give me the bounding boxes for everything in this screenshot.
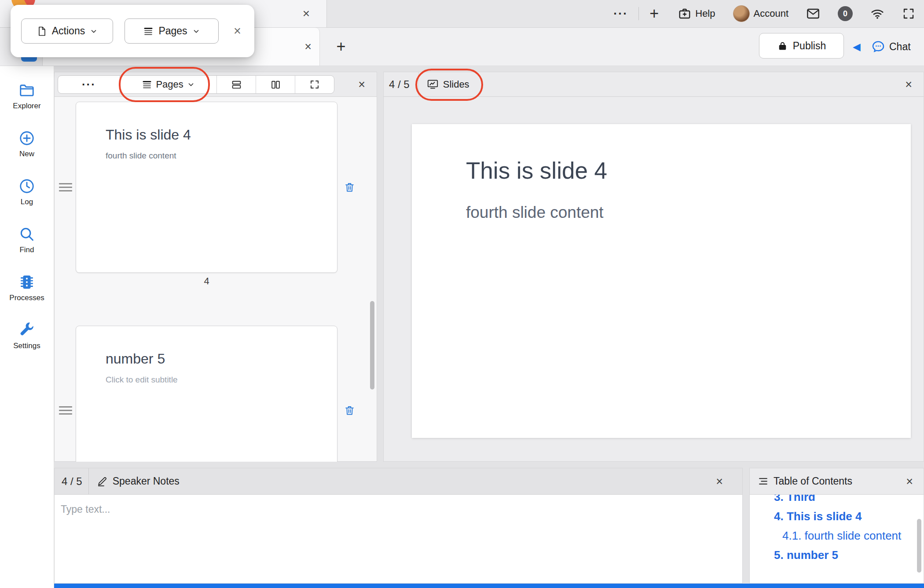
pages-menu-label: Pages: [156, 79, 183, 90]
publish-label: Publish: [793, 40, 826, 52]
notification-badge[interactable]: 0: [838, 6, 853, 21]
help-button[interactable]: Help: [669, 0, 724, 27]
sidebar-item-label: Explorer: [13, 102, 40, 110]
sidebar-item-label: Processes: [9, 294, 44, 302]
sidebar-item-settings[interactable]: Settings: [0, 322, 54, 350]
account-button[interactable]: Account: [724, 0, 798, 27]
collapse-panel-icon[interactable]: ◀: [853, 28, 861, 66]
floating-menu-popup: Actions Pages ×: [11, 5, 254, 57]
pages-menu-button[interactable]: Pages: [120, 76, 217, 93]
pages-list-icon: [143, 26, 154, 37]
scrollbar[interactable]: [370, 301, 374, 390]
app-window: × ··· + Help Account 0: [0, 0, 924, 588]
drag-handle-icon[interactable]: [59, 410, 72, 411]
pages-panel: ··· Pages ×: [54, 72, 377, 462]
speaker-notes-body: [55, 495, 742, 583]
slide-canvas[interactable]: This is slide 4 fourth slide content: [412, 124, 911, 438]
split-vertical-button[interactable]: [256, 76, 295, 93]
pages-panel-header: ··· Pages ×: [55, 72, 377, 97]
mail-icon: [806, 7, 820, 21]
more-tabs-icon[interactable]: ···: [603, 0, 638, 27]
document-tab-close-icon[interactable]: ×: [304, 28, 312, 66]
search-icon: [18, 226, 35, 243]
new-browser-tab-button[interactable]: +: [639, 0, 669, 27]
sidebar-item-new[interactable]: New: [0, 130, 54, 158]
wifi-icon: [870, 7, 884, 21]
slide-thumbnail[interactable]: number 5 Click to edit subtitle: [76, 326, 337, 462]
left-sidebar: Explorer New Log Find Processes Settings: [0, 66, 54, 588]
actions-label: Actions: [52, 25, 85, 37]
sidebar-item-processes[interactable]: Processes: [0, 274, 54, 302]
thumbnail-subtitle: fourth slide content: [106, 151, 324, 161]
trash-icon[interactable]: [344, 404, 356, 416]
browser-tab-close-icon[interactable]: ×: [297, 0, 315, 27]
drag-handle-icon[interactable]: [59, 187, 72, 188]
chevron-down-icon: [187, 81, 195, 88]
speaker-notes-header: 4 / 5 Speaker Notes ×: [55, 468, 742, 495]
sidebar-item-label: New: [19, 150, 34, 158]
toc-close-icon[interactable]: ×: [906, 468, 913, 495]
mail-button[interactable]: [797, 0, 829, 27]
speaker-notes-input[interactable]: [55, 495, 742, 583]
sidebar-item-label: Settings: [13, 342, 40, 350]
speaker-notes-panel: 4 / 5 Speaker Notes ×: [54, 468, 743, 584]
split-horizontal-icon: [231, 79, 242, 90]
chrome-actions: ··· + Help Account 0: [603, 0, 924, 27]
avatar: [733, 5, 750, 22]
folder-icon: [18, 82, 35, 99]
slides-panel-close-icon[interactable]: ×: [905, 72, 912, 97]
toc-header: Table of Contents ×: [750, 468, 924, 495]
help-icon: [678, 7, 691, 20]
sidebar-item-explorer[interactable]: Explorer: [0, 82, 54, 110]
speaker-notes-title: Speaker Notes: [88, 468, 187, 494]
scrollbar[interactable]: [917, 519, 921, 573]
sidebar-item-find[interactable]: Find: [0, 226, 54, 254]
pages-more-icon[interactable]: ···: [58, 76, 120, 93]
toc-item[interactable]: 3. Third: [750, 495, 924, 507]
add-document-tab-button[interactable]: +: [329, 28, 353, 66]
help-label: Help: [695, 8, 715, 19]
pages-dropdown-button[interactable]: Pages: [125, 18, 219, 44]
wifi-button[interactable]: [862, 0, 893, 27]
plus-circle-icon: [18, 130, 35, 147]
thumbnail-number: 4: [76, 276, 337, 287]
publish-button[interactable]: Publish: [759, 33, 844, 59]
notes-counter: 4 / 5: [55, 475, 88, 488]
chat-button[interactable]: Chat: [871, 28, 911, 66]
popup-close-icon[interactable]: ×: [234, 24, 241, 38]
toc-item[interactable]: 4.1. fourth slide content: [750, 526, 924, 545]
speaker-notes-close-icon[interactable]: ×: [716, 468, 723, 495]
pages-panel-close-icon[interactable]: ×: [358, 72, 365, 97]
pages-thumbnail-list: This is slide 4 fourth slide content 4 n…: [55, 97, 377, 462]
expand-panel-button[interactable]: [295, 76, 334, 93]
toc-item[interactable]: 4. This is slide 4: [750, 507, 924, 526]
slide-counter: 4 / 5: [384, 78, 418, 91]
split-horizontal-button[interactable]: [217, 76, 256, 93]
expand-icon: [309, 79, 320, 90]
slides-menu-button[interactable]: Slides: [418, 72, 477, 96]
slide-subtitle: fourth slide content: [466, 203, 893, 222]
slide-thumbnail[interactable]: This is slide 4 fourth slide content: [76, 102, 337, 273]
lock-icon: [777, 40, 788, 51]
toc-item[interactable]: 5. number 5: [750, 545, 924, 565]
fullscreen-button[interactable]: [893, 0, 924, 27]
clock-icon: [18, 178, 35, 195]
slides-panel: 4 / 5 Slides × This is slide 4 fourth sl…: [383, 72, 924, 462]
sidebar-item-label: Find: [19, 246, 34, 254]
chevron-down-icon: [90, 27, 98, 35]
slides-icon: [427, 78, 439, 90]
bottom-accent-bar: [54, 584, 924, 588]
trash-icon[interactable]: [344, 181, 356, 193]
sidebar-item-log[interactable]: Log: [0, 178, 54, 206]
thumbnail-title: This is slide 4: [106, 127, 324, 143]
thumbnail-title: number 5: [106, 351, 324, 367]
toc-list: 3. Third 4. This is slide 4 4.1. fourth …: [750, 495, 924, 583]
chevron-down-icon: [192, 27, 200, 35]
pages-toolbar: ··· Pages: [58, 75, 334, 94]
split-vertical-icon: [270, 79, 281, 90]
slides-menu-label: Slides: [443, 79, 469, 90]
pencil-icon: [97, 476, 108, 487]
document-icon: [37, 26, 47, 37]
chip-icon: [18, 274, 35, 290]
actions-dropdown-button[interactable]: Actions: [21, 18, 113, 44]
